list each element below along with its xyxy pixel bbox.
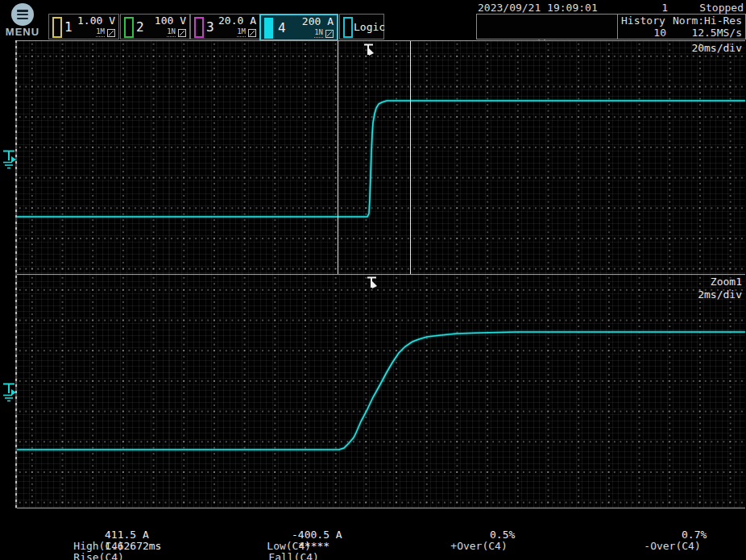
acquisition-count: 1 <box>652 2 668 14</box>
channel-2-box[interactable]: 2 100 V 1N <box>120 14 190 39</box>
channel-4-coupling: 1N <box>314 29 323 38</box>
zoom-window-label: Zoom1 <box>711 276 742 288</box>
channel-2-coupling: 1N <box>167 28 176 37</box>
probe-icon <box>107 29 115 37</box>
zoom-timebase: 2ms/div <box>698 288 742 301</box>
probe-icon <box>248 29 256 37</box>
channel-1-color-bar <box>52 17 62 38</box>
oscilloscope-screen: MENU 1 1.00 V 1M 2 100 V 1N 3 20.0 A 1M … <box>0 0 746 560</box>
measurement-value: -400.5 A <box>292 529 342 541</box>
acquisition-settings[interactable]: History Norm:Hi-Res 10 12.5MS/s <box>617 15 745 39</box>
hamburger-icon <box>17 10 28 19</box>
main-waveform <box>17 41 745 274</box>
ch4-ground-marker-zoom[interactable] <box>1 383 17 402</box>
measurement-value: 1.62672ms <box>105 541 161 552</box>
zoom-trigger-position-marker[interactable] <box>367 276 379 291</box>
run-state: Stopped <box>699 2 744 14</box>
channel-2-scale: 100 V <box>155 15 186 27</box>
status-row: 2023/09/21 19:09:01 1 Stopped <box>476 2 744 13</box>
trigger-settings[interactable]: Edge CH4 Normal -28 A <box>480 15 615 39</box>
channel-2-number: 2 <box>136 19 144 35</box>
measurement-value: 0.5% <box>490 529 515 541</box>
main-timebase: 20ms/div <box>691 42 742 54</box>
measurement-fall: Fall(C4) ***** <box>243 541 319 560</box>
history-value: 10 <box>639 27 666 39</box>
measurement-label: Fall(C4) <box>268 551 319 560</box>
channel-3-scale: 20.0 A <box>218 15 256 27</box>
channel-1-coupling: 1M <box>96 28 105 37</box>
history-label: History <box>621 15 665 27</box>
channel-3-coupling: 1M <box>237 28 246 37</box>
measurement-label: +Over(C4) <box>450 540 507 552</box>
zoom-waveform-window: Zoom1 2ms/div <box>17 275 745 508</box>
channel-1-number: 1 <box>64 19 73 35</box>
zoom-waveform <box>17 275 745 508</box>
menu-button-label: MENU <box>2 26 44 38</box>
measurement-pos-overshoot: +Over(C4) 0.5% <box>425 529 508 560</box>
ch4-trace-zoom <box>17 332 745 450</box>
logic-label: Logic <box>354 21 385 33</box>
measurement-rise: Rise(C4) 1.62672ms <box>48 541 124 560</box>
main-waveform-window: 20ms/div <box>17 40 745 275</box>
measurement-value: ***** <box>298 541 329 552</box>
probe-icon <box>178 29 186 37</box>
ch4-ground-marker-main[interactable] <box>1 150 17 169</box>
channel-1-scale: 1.00 V <box>77 15 115 27</box>
sample-rate: 12.5MS/s <box>691 27 742 39</box>
logic-color-bar <box>343 17 353 38</box>
measurement-label: -Over(C4) <box>644 540 700 552</box>
channel-3-box[interactable]: 3 20.0 A 1M <box>190 14 260 39</box>
channel-4-box-selected[interactable]: 4 200 A 1N <box>259 14 338 41</box>
probe-icon <box>325 30 334 38</box>
measurement-label: Rise(C4) <box>73 551 124 560</box>
channel-2-color-bar <box>124 17 134 38</box>
trigger-info-box[interactable]: Edge CH4 Normal -28 A History Norm:Hi-Re… <box>476 14 746 39</box>
channel-3-number: 3 <box>206 19 214 35</box>
channel-4-number: 4 <box>278 20 286 35</box>
zoom-area-cursor-left[interactable] <box>338 41 338 274</box>
logic-channel-box[interactable]: Logic <box>339 14 384 39</box>
acq-mode: Norm:Hi-Res <box>673 15 742 27</box>
measurement-value: 0.7% <box>682 529 707 541</box>
zoom-area-cursor-right[interactable] <box>410 41 411 274</box>
ch4-trace-main <box>17 101 745 217</box>
channel-4-color-bar <box>264 18 273 39</box>
channel-1-box[interactable]: 1 1.00 V 1M <box>48 14 119 39</box>
channel-4-scale: 200 A <box>302 15 334 27</box>
datetime: 2023/09/21 19:09:01 <box>478 2 598 14</box>
menu-button[interactable] <box>11 3 34 26</box>
measurement-neg-overshoot: -Over(C4) 0.7% <box>619 529 701 560</box>
measurement-value: 411.5 A <box>105 529 149 541</box>
trigger-position-marker[interactable] <box>363 44 376 58</box>
channel-3-color-bar <box>194 17 204 38</box>
